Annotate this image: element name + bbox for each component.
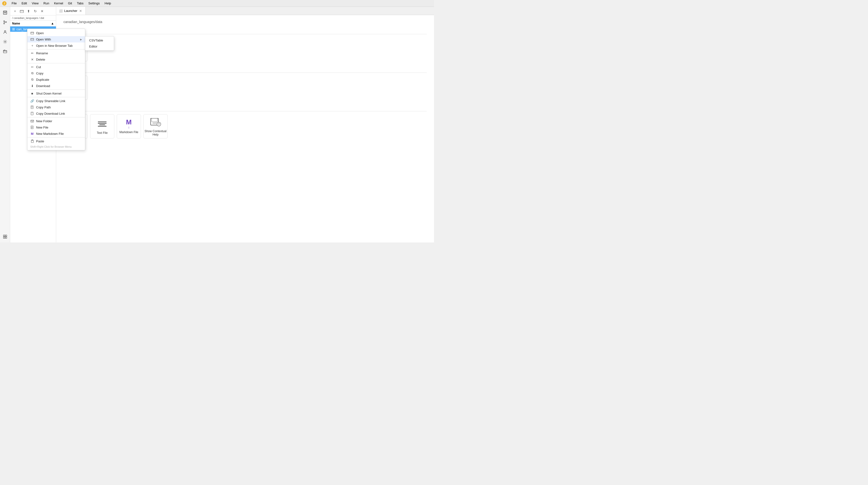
plus-icon: ＋ xyxy=(30,44,34,48)
ctx-new-folder[interactable]: New Folder xyxy=(27,118,85,124)
copy-icon: ⧉ xyxy=(30,71,34,75)
ctx-new-folder-label: New Folder xyxy=(36,119,82,123)
svg-rect-15 xyxy=(20,10,24,12)
submenu-editor[interactable]: Editor xyxy=(85,44,114,50)
svg-rect-37 xyxy=(152,118,157,122)
folder-plus-icon xyxy=(30,119,34,123)
submenu-csvtable[interactable]: CSVTable xyxy=(85,37,114,44)
ctx-rename[interactable]: ✏ Rename xyxy=(27,50,85,56)
activity-folder-icon[interactable] xyxy=(1,48,9,55)
scissors-icon: ✂ xyxy=(30,65,34,69)
submenu-arrow-icon: ▶ xyxy=(80,38,82,41)
ctx-copy-path-label: Copy Path xyxy=(36,106,82,109)
app-logo-icon: J xyxy=(2,1,7,6)
ctx-cut[interactable]: ✂ Cut xyxy=(27,64,85,70)
link-icon: 🔗 xyxy=(30,99,34,103)
ctx-cut-label: Cut xyxy=(36,65,82,69)
ctx-new-markdown[interactable]: M New Markdown File xyxy=(27,131,85,137)
text-file-icon xyxy=(96,118,108,130)
file-browser-toolbar: ＋ ⬆ ↻ ✕ xyxy=(10,7,56,16)
ctx-duplicate[interactable]: ⧉ Duplicate xyxy=(27,76,85,83)
svg-point-6 xyxy=(4,23,5,24)
launcher-card-markdown[interactable]: M ↓ Markdown File xyxy=(117,114,141,139)
new-file-button[interactable]: ＋ xyxy=(12,8,18,14)
ctx-open[interactable]: Open xyxy=(27,30,85,36)
ctx-copy-label: Copy xyxy=(36,72,82,75)
csv-file-icon: ⊞ xyxy=(12,27,15,31)
ctx-paste[interactable]: Paste xyxy=(27,138,85,144)
ctx-copy-shareable-link-label: Copy Shareable Link xyxy=(36,99,82,103)
ctx-paste-label: Paste xyxy=(36,139,82,143)
markdown-icon: M ↓ xyxy=(126,119,131,129)
console-grid: R R xyxy=(63,76,427,100)
activity-users-icon[interactable] xyxy=(1,28,9,36)
ctx-copy-shareable-link[interactable]: 🔗 Copy Shareable Link xyxy=(27,98,85,104)
menubar: J File Edit View Run Kernel Git Tabs Set… xyxy=(0,0,434,7)
ctx-open-new-tab[interactable]: ＋ Open in New Browser Tab xyxy=(27,42,85,49)
menu-settings[interactable]: Settings xyxy=(87,1,102,6)
svg-text:J: J xyxy=(4,2,5,5)
markdown-label: Markdown File xyxy=(119,131,138,134)
launcher-card-contextual-help[interactable]: ? Show Contextual Help xyxy=(144,114,167,139)
activity-git-icon[interactable] xyxy=(1,19,9,26)
activity-puzzle-icon[interactable] xyxy=(1,233,9,240)
name-column-header: Name xyxy=(12,22,51,25)
download-icon: ⬇ xyxy=(30,84,34,88)
svg-rect-10 xyxy=(3,51,7,53)
duplicate-icon: ⧉ xyxy=(30,78,34,82)
ctx-delete[interactable]: ✕ Delete xyxy=(27,56,85,63)
stop-icon: ■ xyxy=(30,91,34,95)
clipboard-icon xyxy=(30,139,34,143)
ctx-delete-label: Delete xyxy=(36,58,82,61)
tab-launcher[interactable]: ⬜ Launcher ✕ xyxy=(56,7,86,15)
menu-help[interactable]: Help xyxy=(103,1,113,6)
activity-settings-icon[interactable] xyxy=(1,38,9,46)
ctx-copy[interactable]: ⧉ Copy xyxy=(27,70,85,76)
upload-button[interactable]: ⬆ xyxy=(26,8,31,14)
launcher-card-text-file[interactable]: Text File xyxy=(90,114,114,139)
new-folder-button[interactable] xyxy=(19,8,25,14)
context-menu: Open Open With ▶ CSVTabl xyxy=(27,29,85,150)
refresh-button[interactable]: ↻ xyxy=(32,8,38,14)
file-list-header[interactable]: Name ▲ xyxy=(10,21,56,26)
menu-run[interactable]: Run xyxy=(41,1,51,6)
ctx-copy-path[interactable]: Copy Path xyxy=(27,104,85,110)
separator-1 xyxy=(27,49,85,50)
svg-text:?: ? xyxy=(158,123,160,125)
ctx-open-new-tab-label: Open in New Browser Tab xyxy=(36,44,82,48)
svg-rect-16 xyxy=(31,32,34,34)
tab-close-button[interactable]: ✕ xyxy=(79,9,83,13)
svg-rect-11 xyxy=(3,235,5,236)
menu-edit[interactable]: Edit xyxy=(20,1,29,6)
ctx-copy-download-link[interactable]: Copy Download Link xyxy=(27,110,85,117)
menu-git[interactable]: Git xyxy=(66,1,74,6)
notebook-grid: R R xyxy=(63,37,427,61)
ctx-download[interactable]: ⬇ Download xyxy=(27,83,85,89)
tab-launcher-label: Launcher xyxy=(64,9,77,12)
open-with-submenu: CSVTable Editor xyxy=(85,36,114,51)
separator-5 xyxy=(27,117,85,117)
activity-files-icon[interactable] xyxy=(1,9,9,17)
separator-3 xyxy=(27,89,85,90)
svg-rect-21 xyxy=(31,112,33,115)
contextual-help-icon: ? xyxy=(150,116,161,128)
menu-kernel[interactable]: Kernel xyxy=(52,1,65,6)
other-grid: $_ Terminal Text File M xyxy=(63,114,427,139)
menu-file[interactable]: File xyxy=(10,1,19,6)
menu-view[interactable]: View xyxy=(30,1,40,6)
pencil-icon: ✏ xyxy=(30,51,34,55)
ctx-footer-hint: Shift+Right Click for Browser Menu xyxy=(27,144,85,149)
ctx-duplicate-label: Duplicate xyxy=(36,78,82,82)
file-path-icon xyxy=(30,105,34,109)
clear-button[interactable]: ✕ xyxy=(39,8,45,14)
breadcrumb: / canadian_languages / dat xyxy=(10,16,56,21)
launcher-path: canadian_languages/data xyxy=(63,20,427,24)
ctx-rename-label: Rename xyxy=(36,51,82,55)
ctx-new-file[interactable]: New File xyxy=(27,124,85,131)
menu-tabs[interactable]: Tabs xyxy=(75,1,85,6)
ctx-copy-download-link-label: Copy Download Link xyxy=(36,112,82,115)
folder-open-icon xyxy=(30,31,34,35)
ctx-shutdown-kernel[interactable]: ■ Shut Down Kernel xyxy=(27,90,85,96)
svg-point-9 xyxy=(4,41,6,42)
ctx-open-with[interactable]: Open With ▶ CSVTable Editor xyxy=(27,36,85,42)
